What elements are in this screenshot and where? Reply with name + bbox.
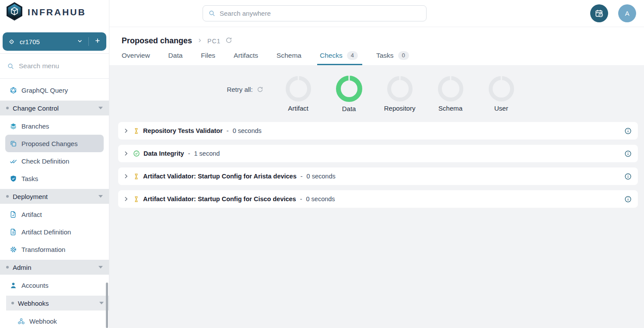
validator-row[interactable]: Data Integrity - 1 second (118, 145, 638, 162)
success-check-icon (133, 150, 140, 157)
expand-chevron-icon[interactable] (122, 127, 130, 134)
info-icon[interactable] (624, 195, 632, 203)
global-search-input[interactable] (220, 10, 421, 17)
info-icon[interactable] (624, 173, 632, 180)
refresh-icon[interactable] (225, 37, 232, 45)
expand-chevron-icon[interactable] (122, 173, 130, 180)
collapse-triangle-icon[interactable] (99, 302, 104, 304)
section-label: Admin (13, 264, 32, 271)
tab-checks[interactable]: Checks 4 (320, 45, 358, 65)
validator-row[interactable]: Repository Tests Validator - 0 seconds (118, 122, 638, 140)
validator-duration: 0 seconds (307, 173, 336, 180)
divider (88, 37, 89, 46)
tab-schema[interactable]: Schema (276, 45, 301, 65)
add-branch-button[interactable] (94, 37, 101, 46)
sidebar-section-webhooks[interactable]: Webhooks (6, 296, 109, 311)
sidebar-search-input[interactable] (19, 62, 93, 70)
tab-tasks[interactable]: Tasks 0 (376, 45, 409, 65)
sidebar-item-label: Branches (21, 122, 49, 130)
chevron-down-icon[interactable] (77, 38, 83, 46)
sidebar-item-label: Artifact (21, 211, 42, 218)
main-area: A Proposed changes PC1 Overview Data Fil… (109, 0, 644, 328)
expand-chevron-icon[interactable] (122, 195, 130, 202)
sidebar-item-artifact[interactable]: Artifact (0, 206, 109, 223)
separator: - (227, 127, 229, 134)
tab-label: Schema (276, 52, 301, 59)
progress-ring (438, 76, 463, 101)
tab-artifacts[interactable]: Artifacts (234, 45, 258, 65)
check-category-artifact[interactable]: Artifact (273, 76, 324, 112)
ring-label: Repository (384, 105, 416, 112)
sidebar-section-change-control[interactable]: Change Control (0, 101, 109, 115)
sidebar-section-admin[interactable]: Admin (0, 260, 109, 275)
progress-ring (489, 76, 514, 101)
search-icon (7, 63, 14, 70)
breadcrumb: Proposed changes PC1 (109, 27, 644, 45)
sidebar-item-webhook[interactable]: Webhook (0, 312, 109, 328)
collapse-triangle-icon[interactable] (98, 266, 103, 269)
validator-duration: 1 second (194, 150, 220, 157)
tab-label: Files (201, 52, 215, 59)
progress-ring (387, 76, 413, 101)
collapse-triangle-icon[interactable] (98, 195, 103, 198)
sidebar-scrollbar[interactable] (106, 283, 108, 328)
check-category-data[interactable]: Data (324, 76, 374, 112)
sidebar-search[interactable] (0, 54, 109, 79)
brand-logo[interactable]: INFRAHUB (0, 0, 109, 24)
infrahub-hexagon-logo-icon (5, 2, 24, 23)
validator-duration: 0 seconds (306, 195, 335, 202)
validator-duration: 0 seconds (233, 127, 262, 134)
sidebar-item-transformation[interactable]: Transformation (0, 241, 109, 258)
sidebar-item-graphql-query[interactable]: GraphQL Query (0, 81, 109, 99)
proposed-changes-icon (10, 140, 17, 147)
sidebar-section-deployment[interactable]: Deployment (0, 189, 109, 204)
sidebar-item-tasks[interactable]: Tasks (0, 170, 109, 187)
sidebar-item-label: Proposed Changes (21, 140, 77, 147)
double-check-icon (10, 157, 17, 165)
tab-files[interactable]: Files (201, 45, 215, 65)
tab-label: Data (168, 52, 183, 59)
sidebar-item-label: Accounts (21, 282, 49, 289)
tab-bar: Overview Data Files Artifacts Schema Che… (109, 45, 644, 65)
validator-title: Artifact Validator: Startup Config for C… (143, 195, 296, 202)
global-search[interactable] (203, 5, 427, 21)
validator-title: Data Integrity (144, 150, 184, 157)
sidebar-item-accounts[interactable]: Accounts (0, 276, 109, 294)
user-avatar[interactable]: A (618, 4, 636, 22)
tab-label: Overview (122, 52, 150, 59)
branches-layers-icon (10, 122, 17, 130)
section-label: Change Control (13, 105, 59, 112)
retry-all-button[interactable]: Retry all: (227, 86, 263, 93)
progress-ring (286, 76, 311, 101)
branch-icon (8, 38, 15, 45)
tab-overview[interactable]: Overview (122, 45, 150, 65)
expand-chevron-icon[interactable] (122, 150, 130, 157)
check-category-user[interactable]: User (476, 76, 527, 112)
sidebar-item-artifact-definition[interactable]: Artifact Definition (0, 223, 109, 241)
bullet-icon (6, 107, 9, 109)
sidebar: INFRAHUB cr1705 (0, 0, 109, 328)
sidebar-item-label: Check Definition (21, 157, 69, 165)
breadcrumb-item[interactable]: PC1 (207, 38, 220, 45)
app-window: INFRAHUB cr1705 (0, 0, 644, 328)
check-category-schema[interactable]: Schema (425, 76, 476, 112)
sidebar-item-branches[interactable]: Branches (0, 117, 109, 135)
check-category-repository[interactable]: Repository (374, 76, 425, 112)
info-icon[interactable] (624, 127, 632, 135)
time-travel-button[interactable] (590, 4, 608, 22)
calendar-clock-icon (595, 9, 604, 18)
branch-name: cr1705 (20, 38, 40, 45)
branch-selector[interactable]: cr1705 (3, 32, 106, 51)
tab-count-badge: 0 (398, 51, 409, 60)
sidebar-item-label: Artifact Definition (21, 228, 71, 236)
collapse-triangle-icon[interactable] (98, 107, 103, 109)
sidebar-item-check-definition[interactable]: Check Definition (0, 152, 109, 170)
validator-row[interactable]: Artifact Validator: Startup Config for C… (118, 190, 638, 208)
info-icon[interactable] (624, 150, 632, 157)
sidebar-item-proposed-changes[interactable]: Proposed Changes (5, 135, 104, 152)
tab-count-badge: 4 (347, 51, 358, 60)
hourglass-pending-icon (133, 196, 140, 202)
tab-label: Checks (320, 52, 343, 59)
tab-data[interactable]: Data (168, 45, 183, 65)
validator-row[interactable]: Artifact Validator: Startup Config for A… (118, 167, 638, 185)
